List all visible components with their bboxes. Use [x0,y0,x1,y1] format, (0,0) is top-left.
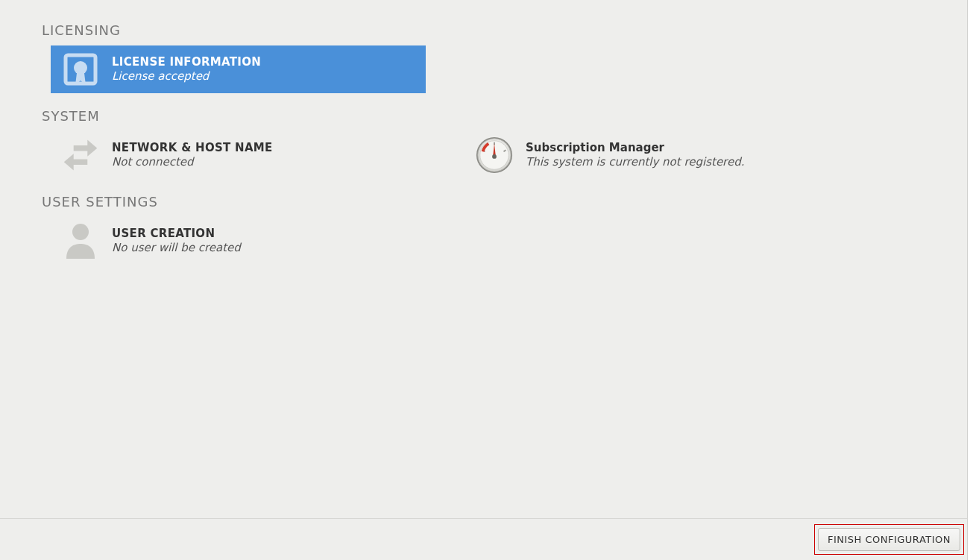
spoke-user-creation[interactable]: USER CREATION No user will be created [51,217,426,265]
spoke-title: Subscription Manager [526,141,744,156]
svg-point-9 [492,154,497,159]
right-border [967,0,973,560]
section-heading-system: SYSTEM [42,108,936,124]
svg-point-10 [72,224,89,240]
finish-button-highlight: FINISH CONFIGURATION [814,524,964,555]
footer-bar: FINISH CONFIGURATION [0,518,973,560]
gauge-icon [475,136,514,174]
svg-point-1 [74,61,87,75]
spoke-title: NETWORK & HOST NAME [112,141,273,156]
spoke-license-information[interactable]: LICENSE INFORMATION License accepted [51,45,426,93]
network-arrows-icon [61,136,100,174]
section-heading-licensing: LICENSING [42,22,936,38]
spoke-status: License accepted [112,69,261,84]
license-icon [61,50,100,89]
spoke-subscription-manager[interactable]: Subscription Manager This system is curr… [465,131,840,179]
spoke-status: This system is currently not registered. [526,155,744,170]
spoke-status: Not connected [112,155,273,170]
spoke-title: USER CREATION [112,227,241,242]
configuration-hub: LICENSING LICENSE INFORMATION License ac… [0,0,936,265]
user-icon [61,221,100,260]
spoke-network-hostname[interactable]: NETWORK & HOST NAME Not connected [51,131,426,179]
spoke-status: No user will be created [112,241,241,256]
section-heading-user-settings: USER SETTINGS [42,194,936,210]
finish-configuration-button[interactable]: FINISH CONFIGURATION [818,528,960,551]
spoke-title: LICENSE INFORMATION [112,55,261,70]
